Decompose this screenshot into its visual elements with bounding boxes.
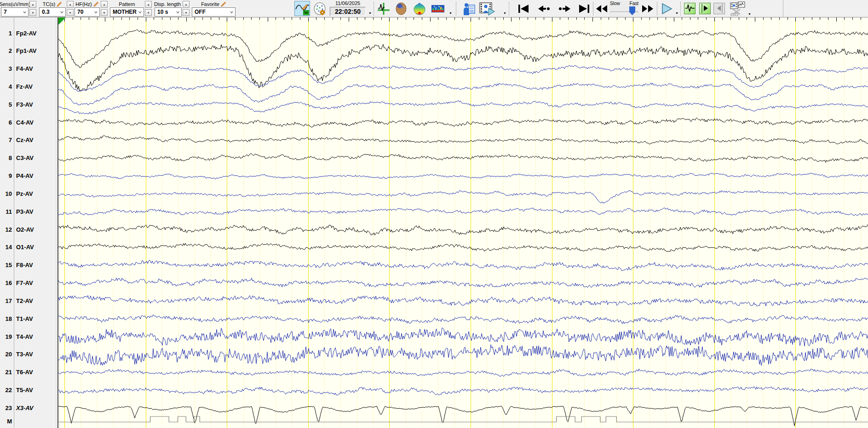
map-dropdown-arrow[interactable]: ▼ bbox=[449, 11, 452, 15]
waveform-canvas[interactable] bbox=[58, 17, 868, 428]
disp-length-up-button[interactable]: ▲ bbox=[183, 1, 190, 8]
tc-up-button[interactable]: ▲ bbox=[67, 1, 74, 8]
review-mode-button[interactable] bbox=[684, 3, 696, 14]
sensitivity-up-button[interactable]: ▲ bbox=[29, 1, 36, 8]
channel-row[interactable]: 3F4-AV bbox=[0, 63, 54, 74]
topography-map-button[interactable] bbox=[412, 2, 427, 15]
channel-row[interactable]: 20T3-AV bbox=[0, 349, 54, 360]
play-icon bbox=[661, 3, 673, 15]
channel-label: T5-AV bbox=[16, 387, 33, 394]
toolbar-separator bbox=[593, 2, 593, 16]
time-display[interactable]: 22:02:50 bbox=[330, 7, 366, 16]
channel-label: T2-AV bbox=[16, 297, 33, 304]
head-3d-icon bbox=[395, 2, 408, 15]
channel-row[interactable]: 4Fz-AV bbox=[0, 81, 54, 92]
channel-row[interactable]: 10Pz-AV bbox=[0, 188, 54, 199]
disp-length-down-button[interactable]: ▼ bbox=[183, 9, 190, 16]
rewind-button[interactable] bbox=[595, 4, 608, 14]
channel-label: P3-AV bbox=[16, 208, 33, 215]
montage-settings-button[interactable] bbox=[312, 2, 327, 16]
chevron-down-icon bbox=[230, 10, 234, 14]
channel-row[interactable]: 9P4-AV bbox=[0, 171, 54, 182]
notch-filter-button[interactable]: 50 bbox=[294, 1, 310, 16]
channel-row[interactable]: 21T6-AV bbox=[0, 367, 54, 378]
dsa-trend-button[interactable] bbox=[431, 5, 445, 13]
channel-row[interactable]: 8C3-AV bbox=[0, 153, 54, 164]
datetime-dropdown-arrow[interactable]: ▼ bbox=[368, 11, 372, 15]
channel-row[interactable]: 16F7-AV bbox=[0, 278, 54, 289]
pattern-up-button[interactable]: ▲ bbox=[145, 1, 152, 8]
play-panel-button[interactable] bbox=[699, 3, 711, 14]
tc-dropdown[interactable]: 0.3 bbox=[39, 7, 66, 17]
channel-label: C4-AV bbox=[16, 119, 34, 126]
channel-number: 11 bbox=[0, 208, 12, 215]
channel-number: 21 bbox=[0, 369, 12, 376]
film-scissors-icon bbox=[729, 1, 746, 16]
channel-label: T3-AV bbox=[16, 351, 33, 358]
slider-thumb[interactable] bbox=[629, 6, 635, 15]
channel-row[interactable]: 22T5-AV bbox=[0, 385, 54, 396]
disp-length-dropdown[interactable]: 10 s bbox=[155, 7, 182, 17]
channel-label: F8-AV bbox=[16, 262, 33, 268]
channel-row[interactable]: 15F8-AV bbox=[0, 260, 54, 271]
channel-label: X3-AV bbox=[16, 405, 33, 411]
channel-row[interactable]: 18T1-AV bbox=[0, 313, 54, 324]
channel-row[interactable]: 6C4-AV bbox=[0, 117, 54, 128]
tc-down-button[interactable]: ▼ bbox=[67, 9, 74, 16]
panel-play-icon bbox=[700, 3, 710, 13]
channel-number: 10 bbox=[0, 190, 12, 197]
favorite-dropdown[interactable]: OFF bbox=[192, 7, 236, 17]
step-back-button[interactable] bbox=[537, 4, 551, 14]
chevron-down-icon bbox=[23, 10, 27, 14]
hf-up-button[interactable]: ▲ bbox=[101, 1, 108, 8]
channel-row[interactable]: 1Fp2-AV bbox=[0, 28, 54, 39]
pattern-dropdown[interactable]: MOTHER bbox=[110, 7, 144, 17]
channel-number: 2 bbox=[0, 47, 12, 54]
channel-number: 3 bbox=[0, 65, 12, 72]
channel-number: 1 bbox=[0, 30, 12, 37]
channel-number: 12 bbox=[0, 226, 12, 233]
step-forward-button[interactable] bbox=[558, 4, 571, 14]
channel-label: Cz-AV bbox=[16, 137, 33, 143]
field-favorite: Favorite OFF bbox=[192, 0, 236, 17]
skip-to-end-button[interactable] bbox=[578, 4, 591, 14]
channel-row[interactable]: 5F3-AV bbox=[0, 99, 54, 110]
chevron-down-icon bbox=[138, 10, 142, 14]
channel-label: F7-AV bbox=[16, 280, 33, 286]
play-dropdown-arrow[interactable]: ▼ bbox=[675, 11, 678, 15]
pencil-icon bbox=[57, 1, 62, 7]
video-dropdown-arrow[interactable]: ▼ bbox=[503, 11, 506, 15]
skip-to-start-button[interactable] bbox=[517, 4, 530, 14]
head-3d-map-button[interactable] bbox=[394, 2, 408, 15]
wave-cursor-button[interactable] bbox=[377, 2, 390, 15]
channel-row[interactable]: 7Cz-AV bbox=[0, 135, 54, 146]
channel-label: P4-AV bbox=[16, 172, 33, 179]
pattern-down-button[interactable]: ▼ bbox=[145, 9, 152, 16]
disp-length-value: 10 s bbox=[157, 9, 168, 15]
notch-50hz-badge: 50 bbox=[303, 10, 309, 15]
panel-back-button[interactable] bbox=[713, 3, 725, 14]
marker-label: M bbox=[0, 418, 12, 425]
disp-length-label: Disp. length bbox=[154, 1, 181, 7]
channel-row[interactable]: 14O1-AV bbox=[0, 242, 54, 253]
video-button[interactable] bbox=[479, 2, 495, 16]
panel-back-icon bbox=[714, 3, 724, 13]
hf-dropdown[interactable]: 70 bbox=[75, 7, 100, 17]
channel-label: Fz-AV bbox=[16, 83, 33, 90]
channel-number: 6 bbox=[0, 119, 12, 126]
sensitivity-dropdown[interactable]: 7 bbox=[1, 7, 29, 17]
clip-dropdown-arrow[interactable]: ▼ bbox=[748, 12, 751, 16]
play-button[interactable] bbox=[661, 3, 673, 15]
fast-forward-button[interactable] bbox=[641, 4, 654, 14]
patient-info-button[interactable] bbox=[463, 2, 476, 15]
channel-row[interactable]: 19T4-AV bbox=[0, 331, 54, 342]
date-text: 11/06/2025 bbox=[335, 0, 360, 7]
video-clip-button[interactable] bbox=[729, 1, 746, 16]
channel-row[interactable]: 23X3-AV bbox=[0, 402, 54, 413]
hf-down-button[interactable]: ▼ bbox=[101, 9, 108, 16]
channel-row[interactable]: 11P3-AV bbox=[0, 206, 54, 217]
channel-row[interactable]: 2Fp1-AV bbox=[0, 46, 54, 57]
sensitivity-down-button[interactable]: ▼ bbox=[29, 9, 36, 16]
channel-row[interactable]: 12O2-AV bbox=[0, 224, 54, 235]
channel-row[interactable]: 17T2-AV bbox=[0, 295, 54, 306]
